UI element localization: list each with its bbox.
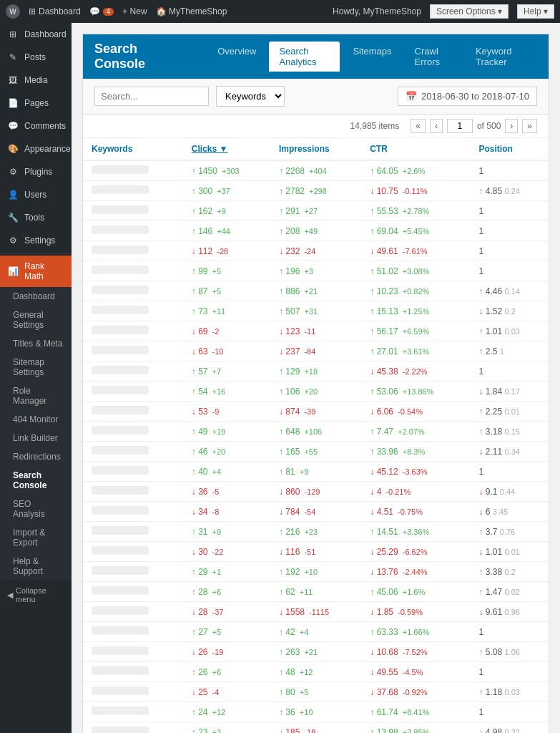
search-input[interactable]	[94, 87, 209, 106]
submenu-search-console[interactable]: Search Console	[0, 466, 72, 495]
keyword-cell[interactable]	[83, 442, 183, 462]
sidebar-item-users[interactable]: 👤 Users	[0, 183, 72, 206]
keyword-cell[interactable]	[83, 261, 183, 281]
adminbar-right: Howdy, MyThemeShop Screen Options ▾ Help…	[333, 4, 554, 19]
keyword-cell[interactable]	[83, 181, 183, 201]
position-cell: ↓ 9.61 0.96	[470, 602, 549, 622]
date-range-picker[interactable]: 📅 2018-06-30 to 2018-07-10	[398, 87, 537, 106]
submenu-import-export[interactable]: Import & Export	[0, 523, 72, 552]
keyword-cell[interactable]	[83, 321, 183, 341]
keyword-cell[interactable]	[83, 642, 183, 662]
keyword-cell[interactable]	[83, 241, 183, 261]
submenu-redirections[interactable]: Redirections	[0, 447, 72, 466]
sidebar-item-plugins[interactable]: ⚙ Plugins	[0, 160, 72, 183]
sidebar-item-tools[interactable]: 🔧 Tools	[0, 206, 72, 229]
keyword-cell[interactable]	[83, 682, 183, 702]
impressions-arrow: ↑ 208	[279, 226, 300, 236]
sidebar-item-media[interactable]: 🖼 Media	[0, 69, 72, 92]
keyword-cell[interactable]	[83, 662, 183, 682]
sidebar-item-pages[interactable]: 📄 Pages	[0, 92, 72, 115]
sidebar-item-comments[interactable]: 💬 Comments	[0, 115, 72, 137]
col-position[interactable]: Position	[470, 138, 549, 160]
site-link[interactable]: 🏠 MyThemeShop	[156, 6, 227, 16]
keyword-cell[interactable]	[83, 562, 183, 582]
submenu-dashboard[interactable]: Dashboard	[0, 287, 72, 306]
sidebar-item-posts[interactable]: ✎ Posts	[0, 46, 72, 69]
impressions-cell: ↑ 648 +106	[270, 422, 361, 442]
sidebar-item-dashboard[interactable]: ⊞ Dashboard	[0, 23, 72, 46]
first-page-button[interactable]: «	[411, 119, 426, 133]
impressions-delta: +10	[298, 708, 313, 717]
clicks-delta: -9	[210, 407, 220, 416]
ctr-cell: ↑ 13.98 +3.95%	[361, 722, 470, 734]
current-page-input[interactable]	[447, 119, 473, 133]
keyword-cell[interactable]	[83, 382, 183, 402]
clicks-delta: +5	[210, 287, 222, 296]
tab-overview[interactable]: Overview	[207, 42, 266, 72]
impressions-delta: -51	[302, 548, 315, 556]
sidebar-item-appearance[interactable]: 🎨 Appearance	[0, 137, 72, 160]
submenu-role-manager[interactable]: Role Manager	[0, 382, 72, 410]
sidebar-item-settings[interactable]: ⚙ Settings	[0, 229, 72, 252]
keyword-cell[interactable]	[83, 422, 183, 442]
dashboard-link[interactable]: ⊞ Dashboard	[29, 6, 81, 16]
impressions-cell: ↓ 784 -54	[270, 502, 361, 522]
keyword-cell[interactable]	[83, 402, 183, 422]
clicks-cell: ↑ 54 +16	[183, 382, 270, 402]
tab-sitemaps[interactable]: Sitemaps	[343, 42, 401, 72]
submenu-help-support[interactable]: Help & Support	[0, 552, 72, 581]
keyword-cell[interactable]	[83, 582, 183, 602]
impressions-cell: ↑ 80 +5	[270, 682, 361, 702]
keyword-cell[interactable]	[83, 281, 183, 301]
ctr-arrow: ↓ 10.68	[370, 647, 398, 657]
impressions-delta: +21	[302, 648, 318, 656]
table-row: ↑ 40 +4↑ 81 +9↓ 45.12 -3.63%1	[83, 462, 549, 482]
clicks-delta: +37	[215, 187, 230, 195]
submenu-general-settings[interactable]: General Settings	[0, 306, 72, 334]
col-impressions[interactable]: Impressions	[270, 138, 361, 160]
tab-search-analytics[interactable]: Search Analytics	[269, 42, 340, 72]
keyword-cell[interactable]	[83, 602, 183, 622]
keyword-cell[interactable]	[83, 502, 183, 522]
table-row: ↑ 87 +5↑ 886 +21↑ 10.23 +0.82%↑ 4.46 0.1…	[83, 281, 549, 301]
last-page-button[interactable]: »	[522, 119, 537, 133]
submenu-404-monitor[interactable]: 404 Monitor	[0, 410, 72, 429]
keyword-cell[interactable]	[83, 722, 183, 734]
keyword-cell[interactable]	[83, 201, 183, 221]
impressions-arrow: ↑ 196	[279, 266, 300, 276]
submenu-link-builder[interactable]: Link Builder	[0, 429, 72, 447]
col-clicks[interactable]: Clicks ▼	[183, 138, 270, 160]
filter-type-select[interactable]: Keywords Pages Countries Devices	[216, 86, 285, 107]
comments-link[interactable]: 💬 4	[89, 6, 114, 16]
wp-logo[interactable]: W	[6, 4, 20, 19]
submenu-sitemap-settings[interactable]: Sitemap Settings	[0, 353, 72, 382]
keyword-cell[interactable]	[83, 361, 183, 382]
keyword-cell[interactable]	[83, 702, 183, 722]
tab-crawl-errors[interactable]: Crawl Errors	[405, 42, 463, 72]
col-ctr[interactable]: CTR	[361, 138, 470, 160]
position-arrow: ↑	[478, 326, 483, 336]
collapse-menu-button[interactable]: ◀ Collapse menu	[0, 581, 72, 609]
keyword-cell[interactable]	[83, 542, 183, 562]
tab-keyword-tracker[interactable]: Keyword Tracker	[466, 42, 537, 72]
ctr-cell: ↑ 14.51 +3.36%	[361, 522, 470, 542]
keyword-cell[interactable]	[83, 341, 183, 361]
screen-options-button[interactable]: Screen Options ▾	[430, 4, 509, 19]
clicks-delta: -2	[210, 327, 220, 336]
keyword-cell[interactable]	[83, 482, 183, 502]
col-keywords[interactable]: Keywords	[83, 138, 183, 160]
keyword-cell[interactable]	[83, 622, 183, 642]
keyword-cell[interactable]	[83, 221, 183, 241]
keyword-cell[interactable]	[83, 160, 183, 181]
keyword-cell[interactable]	[83, 462, 183, 482]
help-button[interactable]: Help ▾	[517, 4, 554, 19]
prev-page-button[interactable]: ‹	[430, 119, 443, 133]
keyword-cell[interactable]	[83, 522, 183, 542]
keyword-cell[interactable]	[83, 301, 183, 321]
sidebar-item-rankmath[interactable]: 📊 Rank Math	[0, 256, 72, 287]
next-page-button[interactable]: ›	[505, 119, 518, 133]
submenu-titles-meta[interactable]: Titles & Meta	[0, 334, 72, 353]
collapse-icon: ◀	[7, 591, 13, 600]
new-link[interactable]: + New	[122, 6, 147, 16]
submenu-seo-analysis[interactable]: SEO Analysis	[0, 495, 72, 523]
